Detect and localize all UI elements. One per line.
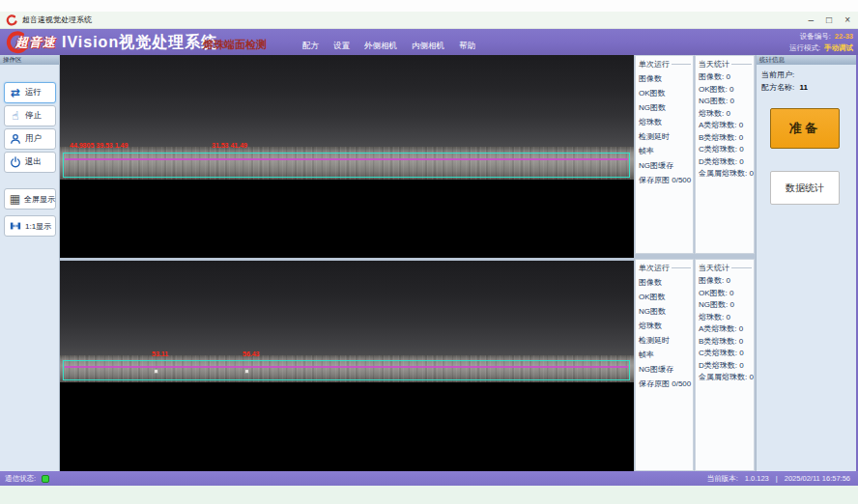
app-title: IVision视觉处理系统 bbox=[62, 33, 217, 53]
power-icon bbox=[9, 155, 22, 169]
stats-today-bottom: 当天统计 图像数: 0OK图数: 0NG图数: 0熔珠数: 0A类熔珠数: 0B… bbox=[695, 259, 755, 471]
sidebar-header: 操作区 bbox=[0, 55, 59, 65]
window-title: 超音速视觉处理系统 bbox=[22, 14, 92, 25]
main-menu: 配方设置外侧相机内侧相机帮助 bbox=[302, 41, 475, 52]
current-user-label: 当前用户: bbox=[761, 70, 794, 79]
stat-row: B类熔珠数: 0 bbox=[699, 132, 754, 145]
stat-row: 熔珠数: 0 bbox=[699, 312, 754, 324]
brand-name: 超音速 bbox=[15, 34, 56, 51]
minimize-button[interactable]: – bbox=[809, 12, 815, 29]
run-mode-label: 运行模式: bbox=[789, 42, 820, 54]
stat-row: A类熔珠数: 0 bbox=[699, 323, 754, 336]
fullscreen-grid-icon: ▦ bbox=[9, 192, 21, 206]
stat-row: 图像数: 0 bbox=[699, 275, 754, 288]
app-subtitle: 熔珠端面检测 bbox=[203, 38, 267, 52]
one-to-one-button[interactable]: 1:1显示 bbox=[4, 215, 56, 237]
stat-row: 图像数: 0 bbox=[699, 71, 754, 84]
version-value: 1.0.123 bbox=[745, 474, 769, 483]
measurement-annotation: 53.11 bbox=[152, 350, 168, 357]
main-content: 操作区 ⇄ 运行 ☝ 停止 用户 退出 ▦ bbox=[0, 55, 858, 471]
current-user-row: 当前用户: bbox=[761, 69, 856, 81]
camera-viewport-bottom[interactable]: 53.11 56.43 bbox=[60, 261, 634, 471]
data-statistics-button[interactable]: 数据统计 bbox=[770, 171, 840, 205]
status-separator: | bbox=[776, 474, 778, 483]
recipe-name-label: 配方名称: bbox=[761, 83, 794, 92]
measurement-annotation: 44.9805 39.53 1.49 bbox=[70, 142, 128, 149]
stat-row: C类熔珠数: 0 bbox=[699, 348, 754, 360]
window-titlebar: 超音速视觉处理系统 – □ × bbox=[0, 12, 858, 29]
stat-row: A类熔珠数: 0 bbox=[699, 120, 754, 132]
weld-seam-line-top bbox=[65, 158, 628, 160]
stat-row: 熔珠数 bbox=[639, 115, 693, 129]
menu-item[interactable]: 内侧相机 bbox=[412, 41, 444, 52]
stat-row: NG图缓存 bbox=[639, 158, 693, 173]
stat-row: 保存原图 0/500 bbox=[639, 173, 693, 187]
info-panel: 统计信息 当前用户: 配方名称: 11 准备 数据统计 bbox=[756, 55, 856, 471]
defect-marker bbox=[154, 369, 158, 374]
camera-viewport-top[interactable]: 44.9805 39.53 1.49 31.53 41.49 bbox=[60, 55, 634, 258]
run-button[interactable]: ⇄ 运行 bbox=[4, 82, 56, 103]
prepare-button[interactable]: 准备 bbox=[770, 108, 840, 149]
recipe-name-row: 配方名称: 11 bbox=[761, 81, 856, 94]
stat-row: 检测延时 bbox=[639, 333, 693, 348]
comm-ok-indicator-icon bbox=[42, 475, 49, 483]
menu-item[interactable]: 配方 bbox=[302, 41, 319, 52]
app-logo-icon bbox=[6, 14, 17, 26]
maximize-button[interactable]: □ bbox=[826, 12, 832, 29]
group-title: 当天统计 bbox=[699, 58, 754, 71]
camera-image-bottom bbox=[60, 261, 634, 356]
user-button[interactable]: 用户 bbox=[4, 128, 56, 150]
measurement-annotation: 56.43 bbox=[243, 350, 260, 357]
stat-row: 帧率 bbox=[639, 144, 693, 158]
device-number-value: 22-33 bbox=[835, 31, 853, 42]
defect-marker bbox=[244, 369, 249, 374]
stat-row: OK图数 bbox=[639, 290, 693, 304]
info-panel-header: 统计信息 bbox=[757, 55, 856, 65]
stat-row: D类熔珠数: 0 bbox=[699, 360, 754, 373]
menu-item[interactable]: 设置 bbox=[333, 41, 350, 52]
stat-row: OK图数 bbox=[639, 86, 693, 100]
camera-image-top bbox=[60, 55, 634, 148]
stat-row: D类熔珠数: 0 bbox=[699, 156, 754, 169]
fullscreen-button[interactable]: ▦ 全屏显示 bbox=[4, 188, 56, 210]
group-title: 单次运行 bbox=[639, 262, 693, 275]
menu-item[interactable]: 外侧相机 bbox=[364, 41, 397, 52]
stat-row: NG图数 bbox=[639, 100, 693, 115]
stat-row: OK图数: 0 bbox=[699, 84, 754, 97]
window-controls: – □ × bbox=[809, 12, 850, 29]
stat-row: 保存原图 0/500 bbox=[639, 377, 693, 391]
close-button[interactable]: × bbox=[844, 12, 850, 29]
device-number-label: 设备编号: bbox=[800, 31, 831, 42]
stats-single-run-top: 单次运行 图像数OK图数NG图数熔珠数检测延时帧率NG图缓存保存原图 0/500 bbox=[635, 55, 694, 254]
stat-row: OK图数: 0 bbox=[699, 288, 754, 300]
version-label: 当前版本: bbox=[707, 474, 738, 484]
user-icon bbox=[9, 132, 22, 146]
weld-seam-line-bottom bbox=[65, 366, 628, 368]
datetime-value: 2025/02/11 16:57:56 bbox=[785, 474, 850, 483]
stat-row: B类熔珠数: 0 bbox=[699, 336, 754, 349]
stat-row: 金属屑熔珠数: 0 bbox=[699, 168, 754, 181]
stats-today-top: 当天统计 图像数: 0OK图数: 0NG图数: 0熔珠数: 0A类熔珠数: 0B… bbox=[695, 55, 755, 254]
stat-row: 金属屑熔珠数: 0 bbox=[699, 372, 754, 384]
stat-row: 图像数 bbox=[639, 71, 693, 86]
roi-rectangle-top bbox=[63, 153, 630, 178]
stop-button[interactable]: ☝ 停止 bbox=[4, 105, 56, 126]
status-bar: 通信状态: 当前版本: 1.0.123 | 2025/02/11 16:57:5… bbox=[0, 471, 858, 486]
stat-row: 熔珠数: 0 bbox=[699, 108, 754, 121]
exit-button[interactable]: 退出 bbox=[4, 152, 56, 173]
stat-row: 图像数 bbox=[639, 275, 693, 290]
stat-row: NG图缓存 bbox=[639, 362, 693, 377]
group-title: 单次运行 bbox=[639, 58, 693, 71]
recipe-name-value: 11 bbox=[799, 83, 807, 92]
stat-row: NG图数: 0 bbox=[699, 299, 754, 312]
operation-sidebar: 操作区 ⇄ 运行 ☝ 停止 用户 退出 ▦ bbox=[0, 55, 60, 471]
device-info: 设备编号: 22-33 运行模式: 手动调试 bbox=[789, 31, 853, 54]
stat-row: 熔珠数 bbox=[639, 319, 693, 333]
run-cycle-icon: ⇄ bbox=[9, 86, 22, 99]
stat-row: C类熔珠数: 0 bbox=[699, 144, 754, 156]
menu-item[interactable]: 帮助 bbox=[459, 41, 475, 52]
run-mode-value: 手动调试 bbox=[824, 42, 853, 54]
comm-status-label: 通信状态: bbox=[5, 474, 36, 484]
measurement-annotation: 31.53 41.49 bbox=[212, 142, 247, 149]
stat-row: NG图数 bbox=[639, 304, 693, 319]
